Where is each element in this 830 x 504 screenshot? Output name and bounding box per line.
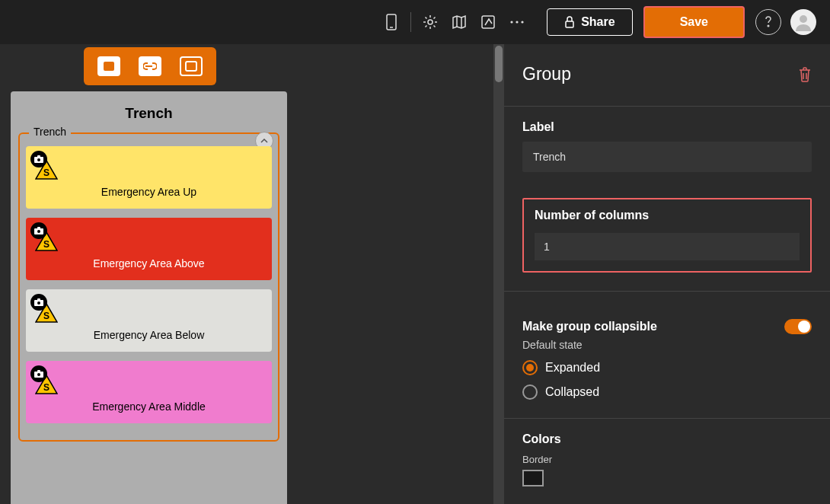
device-preview-icon[interactable] bbox=[377, 8, 406, 37]
tab-page[interactable] bbox=[97, 56, 120, 76]
svg-point-8 bbox=[768, 25, 769, 27]
colors-title: Colors bbox=[522, 432, 812, 446]
svg-point-14 bbox=[37, 158, 40, 161]
share-label: Share bbox=[581, 15, 615, 29]
theme-icon[interactable] bbox=[474, 8, 503, 37]
delete-button[interactable] bbox=[798, 66, 812, 83]
svg-point-26 bbox=[37, 373, 40, 376]
svg-rect-13 bbox=[37, 155, 40, 158]
card-label: Emergency Area Up bbox=[35, 186, 263, 198]
border-color-swatch[interactable] bbox=[522, 470, 544, 486]
panel-heading: Group bbox=[522, 64, 571, 85]
page-title: Trench bbox=[11, 105, 287, 122]
group-container[interactable]: Trench S Emergency Area Up S Emergency A… bbox=[18, 132, 279, 442]
warning-icon: S bbox=[35, 231, 263, 251]
camera-icon bbox=[30, 222, 47, 239]
svg-point-22 bbox=[37, 301, 40, 305]
warning-icon: S bbox=[35, 303, 263, 323]
label-input[interactable]: Trench bbox=[522, 142, 812, 172]
save-label: Save bbox=[680, 15, 708, 28]
expanded-label: Expanded bbox=[545, 361, 600, 375]
collapsed-label: Collapsed bbox=[545, 385, 599, 399]
default-state-label: Default state bbox=[522, 339, 812, 351]
svg-point-2 bbox=[428, 20, 433, 24]
label-title: Label bbox=[522, 120, 812, 134]
svg-text:S: S bbox=[43, 382, 49, 393]
border-label: Border bbox=[522, 454, 812, 465]
save-button[interactable]: Save bbox=[643, 6, 745, 38]
more-options-icon[interactable] bbox=[503, 8, 532, 37]
svg-rect-21 bbox=[37, 298, 40, 301]
card-emergency-below[interactable]: S Emergency Area Below bbox=[26, 289, 272, 352]
warning-icon: S bbox=[35, 375, 263, 394]
user-avatar[interactable] bbox=[790, 9, 816, 35]
form-canvas-area: Trench Trench S Emergency Area Up S Emer… bbox=[0, 44, 493, 504]
svg-point-9 bbox=[800, 15, 807, 23]
svg-rect-3 bbox=[482, 16, 494, 28]
warning-icon: S bbox=[35, 160, 263, 180]
svg-rect-10 bbox=[104, 62, 114, 71]
card-emergency-middle[interactable]: S Emergency Area Middle bbox=[26, 361, 272, 423]
settings-gear-icon[interactable] bbox=[416, 8, 445, 37]
svg-rect-25 bbox=[37, 370, 40, 372]
svg-text:S: S bbox=[43, 239, 49, 250]
card-label: Emergency Area Below bbox=[35, 329, 263, 341]
card-emergency-up[interactable]: S Emergency Area Up bbox=[26, 146, 272, 209]
columns-section: Number of columns 1 bbox=[522, 198, 812, 273]
collapsible-toggle[interactable] bbox=[784, 319, 812, 334]
svg-text:S: S bbox=[43, 311, 49, 321]
camera-icon bbox=[30, 151, 47, 167]
properties-panel: Group Label Trench Number of columns 1 M… bbox=[504, 44, 830, 504]
radio-expanded[interactable]: Expanded bbox=[522, 360, 812, 375]
camera-icon bbox=[30, 365, 47, 382]
card-label: Emergency Area Middle bbox=[35, 400, 263, 413]
card-label: Emergency Area Above bbox=[35, 257, 263, 270]
group-legend: Trench bbox=[29, 126, 71, 138]
share-button[interactable]: Share bbox=[547, 8, 632, 36]
map-icon[interactable] bbox=[445, 8, 474, 37]
svg-point-18 bbox=[37, 230, 40, 233]
svg-point-5 bbox=[516, 21, 519, 23]
tab-group[interactable] bbox=[180, 56, 203, 76]
form-canvas: Trench Trench S Emergency Area Up S Emer… bbox=[11, 91, 287, 504]
radio-collapsed[interactable]: Collapsed bbox=[522, 384, 812, 400]
canvas-scrollbar[interactable] bbox=[493, 44, 504, 504]
card-emergency-above[interactable]: S Emergency Area Above bbox=[26, 218, 272, 280]
svg-rect-11 bbox=[186, 62, 196, 71]
element-type-tabs bbox=[84, 47, 216, 85]
camera-icon bbox=[30, 294, 47, 311]
columns-input[interactable]: 1 bbox=[535, 233, 800, 260]
svg-rect-7 bbox=[566, 21, 573, 27]
svg-point-6 bbox=[522, 21, 524, 23]
svg-point-4 bbox=[511, 21, 513, 23]
svg-text:S: S bbox=[43, 167, 49, 178]
collapsible-title: Make group collapsible bbox=[522, 320, 657, 333]
columns-title: Number of columns bbox=[535, 209, 800, 222]
svg-rect-17 bbox=[37, 227, 40, 229]
help-button[interactable] bbox=[755, 9, 781, 35]
top-toolbar: Share Save bbox=[0, 0, 830, 44]
lock-icon bbox=[564, 16, 575, 28]
tab-link[interactable] bbox=[139, 56, 161, 76]
